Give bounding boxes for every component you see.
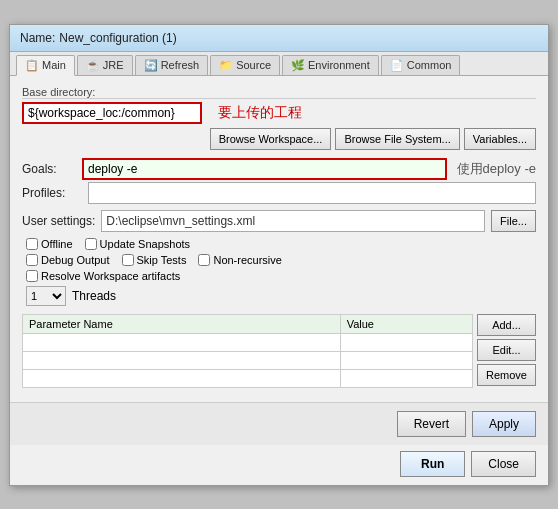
- add-param-button[interactable]: Add...: [477, 314, 536, 336]
- browse-row: Browse Workspace... Browse File System..…: [22, 128, 536, 150]
- tab-common[interactable]: 📄 Common: [381, 55, 461, 75]
- param-name-header: Parameter Name: [23, 314, 341, 333]
- threads-label: Threads: [72, 289, 116, 303]
- run-button[interactable]: Run: [400, 451, 465, 477]
- name-value: New_configuration (1): [59, 31, 176, 45]
- tab-bar: 📋 Main ☕ JRE 🔄 Refresh 📁 Source 🌿 Enviro…: [10, 52, 548, 76]
- tab-refresh[interactable]: 🔄 Refresh: [135, 55, 209, 75]
- refresh-tab-icon: 🔄: [144, 59, 158, 72]
- main-tab-label: Main: [42, 59, 66, 71]
- goals-annotation: 使用deploy -e: [457, 160, 536, 178]
- common-tab-label: Common: [407, 59, 452, 71]
- base-dir-section: Base directory: 要上传的工程 Browse Workspace.…: [22, 86, 536, 150]
- env-tab-label: Environment: [308, 59, 370, 71]
- debug-output-label: Debug Output: [41, 254, 110, 266]
- source-tab-label: Source: [236, 59, 271, 71]
- param-table: Parameter Name Value: [22, 314, 473, 388]
- user-settings-label: User settings:: [22, 214, 95, 228]
- threads-select[interactable]: 1 2 4: [26, 286, 66, 306]
- non-recursive-checkbox[interactable]: [198, 254, 210, 266]
- non-recursive-checkbox-item[interactable]: Non-recursive: [198, 254, 281, 266]
- checkbox-row-3: Resolve Workspace artifacts: [26, 270, 536, 282]
- goals-label: Goals:: [22, 162, 82, 176]
- goals-row: Goals: 使用deploy -e: [22, 158, 536, 180]
- resolve-workspace-checkbox[interactable]: [26, 270, 38, 282]
- browse-filesystem-button[interactable]: Browse File System...: [335, 128, 459, 150]
- main-tab-icon: 📋: [25, 59, 39, 72]
- update-snapshots-checkbox[interactable]: [85, 238, 97, 250]
- edit-param-button[interactable]: Edit...: [477, 339, 536, 361]
- name-label: Name:: [20, 31, 55, 45]
- file-button[interactable]: File...: [491, 210, 536, 232]
- apply-button[interactable]: Apply: [472, 411, 536, 437]
- dialog-body: Base directory: 要上传的工程 Browse Workspace.…: [10, 76, 548, 402]
- common-tab-icon: 📄: [390, 59, 404, 72]
- base-dir-header-label: Base directory:: [22, 86, 536, 99]
- update-snapshots-label: Update Snapshots: [100, 238, 191, 250]
- source-tab-icon: 📁: [219, 59, 233, 72]
- profiles-input[interactable]: [88, 182, 536, 204]
- offline-checkbox[interactable]: [26, 238, 38, 250]
- variables-button[interactable]: Variables...: [464, 128, 536, 150]
- debug-output-checkbox[interactable]: [26, 254, 38, 266]
- param-value-header: Value: [340, 314, 472, 333]
- non-recursive-label: Non-recursive: [213, 254, 281, 266]
- run-close-row: Run Close: [10, 445, 548, 485]
- dialog-footer: Revert Apply: [10, 402, 548, 445]
- base-dir-annotation: 要上传的工程: [218, 104, 302, 122]
- remove-param-button[interactable]: Remove: [477, 364, 536, 386]
- offline-checkbox-item[interactable]: Offline: [26, 238, 73, 250]
- close-button[interactable]: Close: [471, 451, 536, 477]
- resolve-workspace-label: Resolve Workspace artifacts: [41, 270, 180, 282]
- refresh-tab-label: Refresh: [161, 59, 200, 71]
- threads-row: 1 2 4 Threads: [26, 286, 536, 306]
- table-row-empty-1: [23, 333, 473, 351]
- update-snapshots-checkbox-item[interactable]: Update Snapshots: [85, 238, 191, 250]
- run-configuration-dialog: Name: New_configuration (1) 📋 Main ☕ JRE…: [9, 24, 549, 486]
- skip-tests-label: Skip Tests: [137, 254, 187, 266]
- resolve-workspace-checkbox-item[interactable]: Resolve Workspace artifacts: [26, 270, 180, 282]
- param-buttons: Add... Edit... Remove: [477, 314, 536, 392]
- tab-environment[interactable]: 🌿 Environment: [282, 55, 379, 75]
- tab-jre[interactable]: ☕ JRE: [77, 55, 133, 75]
- user-settings-row: User settings: File...: [22, 210, 536, 232]
- offline-label: Offline: [41, 238, 73, 250]
- goals-input[interactable]: [82, 158, 447, 180]
- profiles-row: Profiles:: [22, 182, 536, 204]
- base-dir-input[interactable]: [22, 102, 202, 124]
- table-row-empty-3: [23, 369, 473, 387]
- table-row-empty-2: [23, 351, 473, 369]
- user-settings-input[interactable]: [101, 210, 485, 232]
- revert-button[interactable]: Revert: [397, 411, 466, 437]
- checkbox-row-2: Debug Output Skip Tests Non-recursive: [26, 254, 536, 266]
- dialog-header: Name: New_configuration (1): [10, 25, 548, 52]
- jre-tab-icon: ☕: [86, 59, 100, 72]
- jre-tab-label: JRE: [103, 59, 124, 71]
- tab-source[interactable]: 📁 Source: [210, 55, 280, 75]
- param-table-container: Parameter Name Value: [22, 314, 473, 392]
- checkbox-row-1: Offline Update Snapshots: [26, 238, 536, 250]
- env-tab-icon: 🌿: [291, 59, 305, 72]
- browse-workspace-button[interactable]: Browse Workspace...: [210, 128, 332, 150]
- skip-tests-checkbox[interactable]: [122, 254, 134, 266]
- param-section: Parameter Name Value Add... Edit... Remo…: [22, 314, 536, 392]
- tab-main[interactable]: 📋 Main: [16, 55, 75, 76]
- skip-tests-checkbox-item[interactable]: Skip Tests: [122, 254, 187, 266]
- profiles-label: Profiles:: [22, 186, 82, 200]
- debug-output-checkbox-item[interactable]: Debug Output: [26, 254, 110, 266]
